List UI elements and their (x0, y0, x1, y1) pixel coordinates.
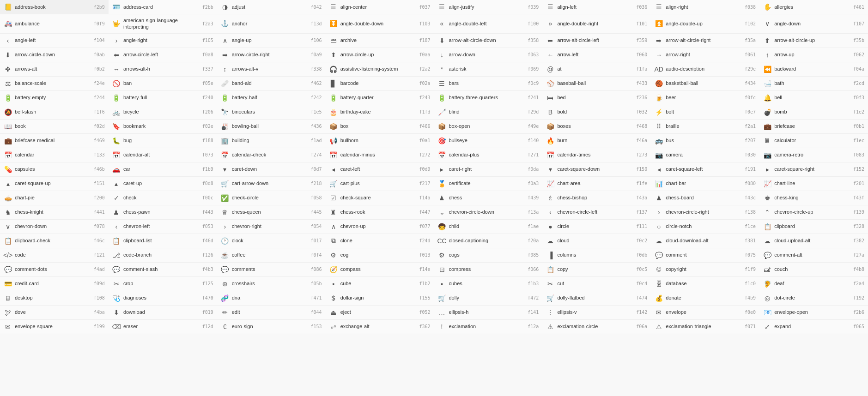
icon-cell-battery-empty[interactable]: 🔋battery-emptyf244 (0, 91, 109, 105)
icon-cell-angle-up[interactable]: ∧angle-upf106 (217, 34, 326, 48)
icon-cell-exclamation-circle[interactable]: ⚠exclamation-circlef06a (542, 320, 651, 334)
icon-cell-backward[interactable]: ⏪backwardf04a (759, 62, 868, 77)
icon-cell-binoculars[interactable]: 🔭binocularsf1e5 (217, 105, 326, 120)
icon-cell-dna[interactable]: 🧬dnaf471 (217, 291, 326, 306)
icon-cell-database[interactable]: 🗄databasef1c0 (651, 277, 759, 291)
icon-cell-credit-card[interactable]: 💳credit-cardf09d (0, 277, 109, 291)
icon-cell-chess-board[interactable]: ♟chess-boardf43c (651, 191, 759, 205)
icon-cell-chess-queen[interactable]: ♛chess-queenf445 (217, 205, 326, 220)
icon-cell-chess-rook[interactable]: ♜chess-rookf447 (326, 205, 434, 220)
icon-cell-donate[interactable]: 💰donatef4b9 (651, 291, 759, 306)
icon-cell-arrow-alt-circle-down[interactable]: ⬇arrow-alt-circle-downf358 (434, 34, 543, 48)
icon-cell-cube[interactable]: ▪cubef1b2 (326, 277, 434, 291)
icon-cell-caret-down[interactable]: ▾caret-downf0d7 (217, 162, 326, 177)
icon-cell-allergies[interactable]: ✋allergiesf461 (759, 0, 868, 14)
icon-cell-birthday-cake[interactable]: 🎂birthday-cakef1fd (326, 105, 434, 120)
icon-cell-caret-left[interactable]: ◂caret-leftf0d9 (326, 162, 434, 177)
icon-cell-arrows-alt[interactable]: ✤arrows-altf0b2 (0, 62, 109, 77)
icon-cell-clipboard-list[interactable]: 📋clipboard-listf46d (109, 234, 217, 248)
icon-cell-chevron-circle-down[interactable]: ⌄chevron-circle-downf13a (434, 205, 543, 220)
icon-cell-bomb[interactable]: 💣bombf1e2 (759, 105, 868, 120)
icon-cell-bookmark[interactable]: 🔖bookmarkf02e (109, 120, 217, 134)
icon-cell-arrow-alt-circle-up[interactable]: ⬆arrow-alt-circle-upf35b (759, 34, 868, 48)
icon-cell-chess-pawn[interactable]: ♟chess-pawnf443 (109, 205, 217, 220)
icon-cell-building[interactable]: 🏢buildingf1ad (217, 134, 326, 148)
icon-cell-circle-notch[interactable]: ○circle-notchf1ce (651, 220, 759, 234)
icon-cell-comment-slash[interactable]: 💬comment-slashf4b3 (109, 263, 217, 277)
icon-cell-crosshairs[interactable]: ⊕crosshairsf05b (217, 277, 326, 291)
icon-cell-bell[interactable]: 🔔bellf0f3 (759, 91, 868, 105)
icon-cell-arrow-down[interactable]: ↓arrow-downf063 (434, 48, 543, 62)
icon-cell-circle[interactable]: ●circlef111 (542, 220, 651, 234)
icon-cell-bars[interactable]: ☰barsf0c9 (434, 77, 543, 91)
icon-cell-anchor[interactable]: ⚓anchorf13d (217, 14, 326, 34)
icon-cell-arrows-alt-h[interactable]: ↔arrows-alt-hf337 (109, 62, 217, 77)
icon-cell-arrow-circle-up[interactable]: ⬆arrow-circle-upf0aa (326, 48, 434, 62)
icon-cell-ellipsis-v[interactable]: ⋮ellipsis-vf142 (542, 306, 651, 320)
icon-cell-chess-king[interactable]: ♚chess-kingf43f (759, 191, 868, 205)
icon-cell-ambulance[interactable]: 🚑ambulancef0f9 (0, 14, 109, 34)
icon-cell-audio-description[interactable]: ADaudio-descriptionf29e (651, 62, 759, 77)
icon-cell-clone[interactable]: ⧉clonef24d (326, 234, 434, 248)
icon-cell-burn[interactable]: 🔥burnf46a (542, 134, 651, 148)
icon-cell-envelope-square[interactable]: ✉envelope-squaref199 (0, 320, 109, 334)
icon-cell-arrow-circle-right[interactable]: ➡arrow-circle-rightf0a9 (217, 48, 326, 62)
icon-cell-angle-double-up[interactable]: ⏫angle-double-upf102 (651, 14, 759, 34)
icon-cell-cogs[interactable]: ⚙cogsf085 (434, 248, 543, 263)
icon-cell-battery-quarter[interactable]: 🔋battery-quarterf243 (326, 91, 434, 105)
icon-cell-columns[interactable]: ▐columnsf0db (542, 248, 651, 263)
icon-cell-chart-line[interactable]: 📈chart-linef201 (759, 177, 868, 191)
icon-cell-ellipsis-h[interactable]: …ellipsis-hf141 (434, 306, 543, 320)
icon-cell-capsules[interactable]: 💊capsulesf46b (0, 162, 109, 177)
icon-cell-desktop[interactable]: 🖥desktopf108 (0, 291, 109, 306)
icon-cell-clock[interactable]: 🕐clockf017 (217, 234, 326, 248)
icon-cell-caret-right[interactable]: ▸caret-rightf0da (434, 162, 543, 177)
icon-cell-chess-knight[interactable]: ♞chess-knightf441 (0, 205, 109, 220)
icon-cell-arrow-circle-left[interactable]: ⬅arrow-circle-leftf0a8 (109, 48, 217, 62)
icon-cell-angle-double-left[interactable]: «angle-double-leftf100 (434, 14, 543, 34)
icon-cell-closed-captioning[interactable]: CCclosed-captioningf20a (434, 234, 543, 248)
icon-cell-cloud-download-alt[interactable]: ☁cloud-download-altf381 (651, 234, 759, 248)
icon-cell-envelope[interactable]: ✉envelopef0e0 (651, 306, 759, 320)
icon-cell-angle-double-down[interactable]: ⏬angle-double-downf103 (326, 14, 434, 34)
icon-cell-calendar-alt[interactable]: 📅calendar-altf073 (109, 148, 217, 162)
icon-cell-angle-down[interactable]: ∨angle-downf107 (759, 14, 868, 34)
icon-cell-chevron-left[interactable]: ‹chevron-leftf053 (109, 220, 217, 234)
icon-cell-baseball-ball[interactable]: ⚾baseball-ballf433 (542, 77, 651, 91)
icon-cell-exchange-alt[interactable]: ⇄exchange-altf362 (326, 320, 434, 334)
icon-cell-chart-pie[interactable]: 🥧chart-pief200 (0, 191, 109, 205)
icon-cell-eject[interactable]: ⏏ejectf052 (326, 306, 434, 320)
icon-cell-clipboard[interactable]: 📋clipboardf328 (759, 220, 868, 234)
icon-cell-edit[interactable]: ✏editf044 (217, 306, 326, 320)
icon-cell-arrow-circle-down[interactable]: ⬇arrow-circle-downf0ab (0, 48, 109, 62)
icon-cell-crop[interactable]: ✂cropf125 (109, 277, 217, 291)
icon-cell-ban[interactable]: 🚫banf05e (109, 77, 217, 91)
icon-cell-bullseye[interactable]: 🎯bullseyef140 (434, 134, 543, 148)
icon-cell-bold[interactable]: Bboldf032 (542, 105, 651, 120)
icon-cell-arrow-alt-circle-left[interactable]: ⬅arrow-alt-circle-leftf359 (542, 34, 651, 48)
icon-cell-arrow-up[interactable]: ↑arrow-upf062 (759, 48, 868, 62)
icon-cell-calendar-times[interactable]: 📅calendar-timesf273 (542, 148, 651, 162)
icon-cell-battery-full[interactable]: 🔋battery-fullf240 (109, 91, 217, 105)
icon-cell-box[interactable]: 📦boxf466 (326, 120, 434, 134)
icon-cell-euro-sign[interactable]: €euro-signf153 (217, 320, 326, 334)
icon-cell-copyright[interactable]: ©copyrightf1f9 (651, 263, 759, 277)
icon-cell-comment-alt[interactable]: 💬comment-altf27a (759, 248, 868, 263)
icon-cell-chevron-up[interactable]: ∧chevron-upf077 (326, 220, 434, 234)
icon-cell-address-book[interactable]: 📒address-bookf2b9 (0, 0, 109, 14)
icon-cell-chart-area[interactable]: 📈chart-areaf1fe (542, 177, 651, 191)
icon-cell-check-circle[interactable]: ✅check-circlef058 (217, 191, 326, 205)
icon-cell-arrow-right[interactable]: →arrow-rightf061 (651, 48, 759, 62)
icon-cell-angle-right[interactable]: ›angle-rightf105 (109, 34, 217, 48)
icon-cell-cloud[interactable]: ☁cloudf0c2 (542, 234, 651, 248)
icon-cell-assistive-listening-system[interactable]: 🎧assistive-listening-systemf2a2 (326, 62, 434, 77)
icon-cell-coffee[interactable]: ☕coffeef0f4 (217, 248, 326, 263)
icon-cell-deaf[interactable]: 🦻deaff2a4 (759, 277, 868, 291)
icon-cell-briefcase[interactable]: 💼briefcasef0b1 (759, 120, 868, 134)
icon-cell-bicycle[interactable]: 🚲bicyclef206 (109, 105, 217, 120)
icon-cell-compress[interactable]: ⊡compressf066 (434, 263, 543, 277)
icon-cell-asterisk[interactable]: *asteriskf069 (434, 62, 543, 77)
icon-cell-expand[interactable]: ⤢expandf065 (759, 320, 868, 334)
icon-cell-arrow-alt-circle-right[interactable]: ➡arrow-alt-circle-rightf35a (651, 34, 759, 48)
icon-cell-battery-three-quarters[interactable]: 🔋battery-three-quartersf241 (434, 91, 543, 105)
